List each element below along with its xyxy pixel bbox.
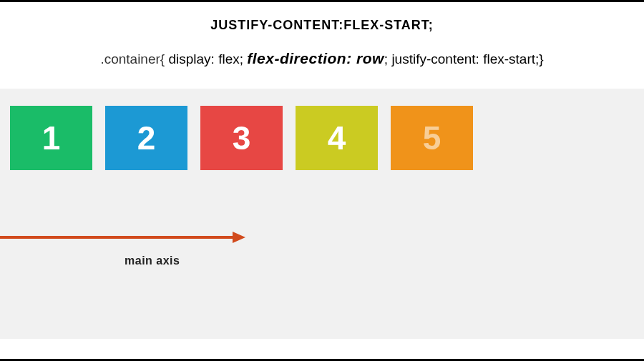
flex-item-2: 2 xyxy=(105,106,187,170)
arrow-icon xyxy=(0,230,247,244)
box-label: 1 xyxy=(42,119,61,157)
code-prop-direction: flex-direction: row xyxy=(247,50,384,66)
box-label: 3 xyxy=(233,119,251,157)
box-label: 4 xyxy=(328,119,346,157)
code-prop-display: display: flex; xyxy=(168,51,243,66)
code-prop-justify: justify-content: flex-start;} xyxy=(391,51,543,66)
flex-item-3: 3 xyxy=(200,106,283,170)
demo-area: 1 2 3 4 5 main axis xyxy=(0,89,644,339)
box-label: 5 xyxy=(423,119,441,157)
flex-container: 1 2 3 4 5 xyxy=(0,89,644,170)
diagram-title: JUSTIFY-CONTENT:FLEX-START; xyxy=(0,18,644,33)
main-axis-arrow xyxy=(0,230,247,259)
svg-marker-1 xyxy=(233,232,245,243)
box-label: 2 xyxy=(137,119,156,157)
diagram-frame: JUSTIFY-CONTENT:FLEX-START; .container{ … xyxy=(0,0,644,361)
code-selector: .container{ xyxy=(100,51,165,66)
flex-item-4: 4 xyxy=(296,106,378,170)
flex-item-5: 5 xyxy=(391,106,473,170)
code-semicolon: ; xyxy=(384,51,388,66)
flex-item-1: 1 xyxy=(10,106,92,170)
axis-label: main axis xyxy=(125,254,180,267)
css-code-line: .container{ display: flex; flex-directio… xyxy=(0,50,644,67)
